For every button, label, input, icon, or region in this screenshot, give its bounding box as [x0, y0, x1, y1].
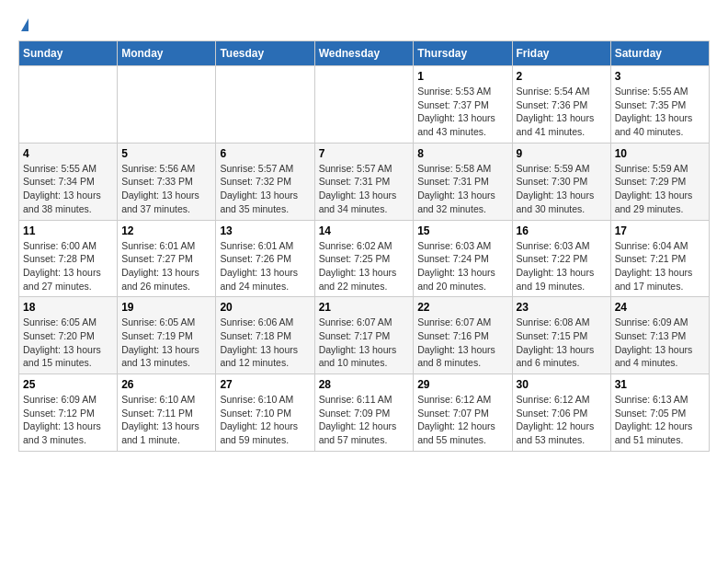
- calendar-cell: 24Sunrise: 6:09 AM Sunset: 7:13 PM Dayli…: [610, 297, 709, 374]
- calendar-cell: 12Sunrise: 6:01 AM Sunset: 7:27 PM Dayli…: [118, 220, 216, 297]
- day-info: Sunrise: 6:02 AM Sunset: 7:25 PM Dayligh…: [319, 239, 410, 293]
- page-header: [18, 18, 710, 31]
- day-info: Sunrise: 6:12 AM Sunset: 7:07 PM Dayligh…: [417, 393, 507, 447]
- day-number: 29: [417, 378, 507, 391]
- calendar-cell: 6Sunrise: 5:57 AM Sunset: 7:32 PM Daylig…: [216, 143, 314, 220]
- calendar-cell: 20Sunrise: 6:06 AM Sunset: 7:18 PM Dayli…: [216, 297, 314, 374]
- calendar-header-thursday: Thursday: [414, 41, 512, 66]
- day-info: Sunrise: 5:59 AM Sunset: 7:30 PM Dayligh…: [517, 162, 607, 216]
- day-number: 2: [517, 70, 607, 83]
- day-number: 8: [417, 147, 507, 160]
- calendar-cell: 22Sunrise: 6:07 AM Sunset: 7:16 PM Dayli…: [414, 297, 512, 374]
- calendar-cell: 10Sunrise: 5:59 AM Sunset: 7:29 PM Dayli…: [610, 143, 709, 220]
- day-info: Sunrise: 6:06 AM Sunset: 7:18 PM Dayligh…: [220, 316, 310, 370]
- calendar-cell: 14Sunrise: 6:02 AM Sunset: 7:25 PM Dayli…: [314, 220, 414, 297]
- calendar-cell: 15Sunrise: 6:03 AM Sunset: 7:24 PM Dayli…: [414, 220, 512, 297]
- calendar-cell: 27Sunrise: 6:10 AM Sunset: 7:10 PM Dayli…: [216, 374, 314, 452]
- day-number: 22: [417, 301, 507, 314]
- calendar-cell: 11Sunrise: 6:00 AM Sunset: 7:28 PM Dayli…: [19, 220, 118, 297]
- day-info: Sunrise: 5:55 AM Sunset: 7:34 PM Dayligh…: [23, 162, 113, 216]
- day-number: 10: [615, 147, 705, 160]
- calendar-cell: 19Sunrise: 6:05 AM Sunset: 7:19 PM Dayli…: [118, 297, 216, 374]
- day-info: Sunrise: 5:57 AM Sunset: 7:31 PM Dayligh…: [319, 162, 410, 216]
- calendar-week-row: 1Sunrise: 5:53 AM Sunset: 7:37 PM Daylig…: [19, 66, 710, 144]
- calendar-cell: 30Sunrise: 6:12 AM Sunset: 7:06 PM Dayli…: [512, 374, 610, 452]
- day-number: 1: [417, 70, 507, 83]
- calendar-table: SundayMondayTuesdayWednesdayThursdayFrid…: [18, 40, 710, 452]
- day-number: 27: [220, 378, 310, 391]
- day-info: Sunrise: 6:09 AM Sunset: 7:12 PM Dayligh…: [23, 393, 113, 447]
- day-number: 4: [23, 147, 113, 160]
- day-info: Sunrise: 6:03 AM Sunset: 7:22 PM Dayligh…: [517, 239, 607, 293]
- day-info: Sunrise: 5:53 AM Sunset: 7:37 PM Dayligh…: [417, 85, 507, 139]
- calendar-cell: 5Sunrise: 5:56 AM Sunset: 7:33 PM Daylig…: [118, 143, 216, 220]
- day-info: Sunrise: 6:07 AM Sunset: 7:16 PM Dayligh…: [417, 316, 507, 370]
- calendar-cell: 16Sunrise: 6:03 AM Sunset: 7:22 PM Dayli…: [512, 220, 610, 297]
- calendar-cell: [19, 66, 118, 144]
- day-number: 13: [220, 224, 310, 237]
- day-number: 30: [517, 378, 607, 391]
- day-number: 31: [615, 378, 705, 391]
- day-info: Sunrise: 6:04 AM Sunset: 7:21 PM Dayligh…: [615, 239, 705, 293]
- day-number: 18: [23, 301, 113, 314]
- logo-triangle-icon: [21, 18, 28, 31]
- calendar-header-sunday: Sunday: [19, 41, 118, 66]
- calendar-cell: 9Sunrise: 5:59 AM Sunset: 7:30 PM Daylig…: [512, 143, 610, 220]
- day-number: 17: [615, 224, 705, 237]
- day-number: 7: [319, 147, 410, 160]
- calendar-cell: 8Sunrise: 5:58 AM Sunset: 7:31 PM Daylig…: [414, 143, 512, 220]
- calendar-header-tuesday: Tuesday: [216, 41, 314, 66]
- day-number: 24: [615, 301, 705, 314]
- day-info: Sunrise: 5:58 AM Sunset: 7:31 PM Dayligh…: [417, 162, 507, 216]
- day-number: 6: [220, 147, 310, 160]
- day-info: Sunrise: 5:59 AM Sunset: 7:29 PM Dayligh…: [615, 162, 705, 216]
- day-info: Sunrise: 6:11 AM Sunset: 7:09 PM Dayligh…: [319, 393, 410, 447]
- day-number: 21: [319, 301, 410, 314]
- calendar-cell: 26Sunrise: 6:10 AM Sunset: 7:11 PM Dayli…: [118, 374, 216, 452]
- day-info: Sunrise: 6:08 AM Sunset: 7:15 PM Dayligh…: [517, 316, 607, 370]
- calendar-cell: 3Sunrise: 5:55 AM Sunset: 7:35 PM Daylig…: [610, 66, 709, 144]
- day-info: Sunrise: 6:12 AM Sunset: 7:06 PM Dayligh…: [517, 393, 607, 447]
- calendar-cell: [118, 66, 216, 144]
- calendar-cell: [216, 66, 314, 144]
- calendar-cell: 7Sunrise: 5:57 AM Sunset: 7:31 PM Daylig…: [314, 143, 414, 220]
- calendar-header-friday: Friday: [512, 41, 610, 66]
- day-number: 28: [319, 378, 410, 391]
- calendar-header-wednesday: Wednesday: [314, 41, 414, 66]
- day-info: Sunrise: 6:00 AM Sunset: 7:28 PM Dayligh…: [23, 239, 113, 293]
- day-number: 20: [220, 301, 310, 314]
- day-info: Sunrise: 6:05 AM Sunset: 7:19 PM Dayligh…: [121, 316, 211, 370]
- calendar-week-row: 4Sunrise: 5:55 AM Sunset: 7:34 PM Daylig…: [19, 143, 710, 220]
- day-info: Sunrise: 6:13 AM Sunset: 7:05 PM Dayligh…: [615, 393, 705, 447]
- day-info: Sunrise: 5:55 AM Sunset: 7:35 PM Dayligh…: [615, 85, 705, 139]
- calendar-cell: 1Sunrise: 5:53 AM Sunset: 7:37 PM Daylig…: [414, 66, 512, 144]
- calendar-cell: 28Sunrise: 6:11 AM Sunset: 7:09 PM Dayli…: [314, 374, 414, 452]
- calendar-week-row: 11Sunrise: 6:00 AM Sunset: 7:28 PM Dayli…: [19, 220, 710, 297]
- day-info: Sunrise: 6:09 AM Sunset: 7:13 PM Dayligh…: [615, 316, 705, 370]
- calendar-cell: 13Sunrise: 6:01 AM Sunset: 7:26 PM Dayli…: [216, 220, 314, 297]
- day-number: 11: [23, 224, 113, 237]
- day-info: Sunrise: 6:05 AM Sunset: 7:20 PM Dayligh…: [23, 316, 113, 370]
- day-number: 15: [417, 224, 507, 237]
- calendar-cell: [314, 66, 414, 144]
- day-info: Sunrise: 6:03 AM Sunset: 7:24 PM Dayligh…: [417, 239, 507, 293]
- calendar-week-row: 25Sunrise: 6:09 AM Sunset: 7:12 PM Dayli…: [19, 374, 710, 452]
- calendar-header-saturday: Saturday: [610, 41, 709, 66]
- day-number: 14: [319, 224, 410, 237]
- calendar-cell: 17Sunrise: 6:04 AM Sunset: 7:21 PM Dayli…: [610, 220, 709, 297]
- day-info: Sunrise: 6:10 AM Sunset: 7:11 PM Dayligh…: [121, 393, 211, 447]
- calendar-cell: 31Sunrise: 6:13 AM Sunset: 7:05 PM Dayli…: [610, 374, 709, 452]
- calendar-header-monday: Monday: [118, 41, 216, 66]
- day-number: 25: [23, 378, 113, 391]
- day-info: Sunrise: 6:10 AM Sunset: 7:10 PM Dayligh…: [220, 393, 310, 447]
- day-info: Sunrise: 6:01 AM Sunset: 7:26 PM Dayligh…: [220, 239, 310, 293]
- calendar-cell: 18Sunrise: 6:05 AM Sunset: 7:20 PM Dayli…: [19, 297, 118, 374]
- day-number: 3: [615, 70, 705, 83]
- day-number: 19: [121, 301, 211, 314]
- day-info: Sunrise: 6:01 AM Sunset: 7:27 PM Dayligh…: [121, 239, 211, 293]
- logo: [18, 18, 28, 31]
- calendar-cell: 4Sunrise: 5:55 AM Sunset: 7:34 PM Daylig…: [19, 143, 118, 220]
- day-number: 26: [121, 378, 211, 391]
- day-info: Sunrise: 6:07 AM Sunset: 7:17 PM Dayligh…: [319, 316, 410, 370]
- calendar-cell: 23Sunrise: 6:08 AM Sunset: 7:15 PM Dayli…: [512, 297, 610, 374]
